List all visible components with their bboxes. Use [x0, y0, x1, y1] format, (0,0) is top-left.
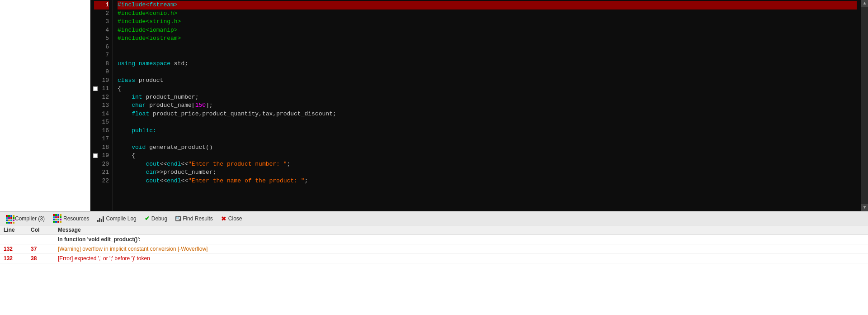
line-number-3: 3	[94, 18, 109, 26]
line-number-1: 1	[94, 1, 109, 10]
msg-text: [Warning] overflow in implicit constant …	[58, 246, 864, 252]
line-number-16: 16	[94, 127, 109, 135]
code-lines[interactable]: #include<fstream>#include<conio.h>#inclu…	[113, 0, 861, 211]
vertical-scrollbar[interactable]: ▲ ▼	[861, 0, 868, 211]
tab-debug[interactable]: ✔Debug	[141, 212, 171, 225]
line-number-11: 11	[94, 85, 109, 93]
line-number-12: 12	[94, 93, 109, 102]
code-line-19: {	[118, 152, 857, 160]
code-panel[interactable]: 12345678910111213141516171819202122 #inc…	[90, 0, 868, 211]
msg-col	[31, 236, 58, 243]
line-number-2: 2	[94, 10, 109, 18]
code-line-8: using namespace std;	[118, 60, 857, 68]
line-number-10: 10	[94, 76, 109, 85]
msg-col: 38	[31, 255, 58, 262]
tab-label: Find Results	[183, 215, 213, 222]
code-line-21: cin>>product_number;	[118, 168, 857, 177]
tabs-bar: Compiler (3) Resources Compile Log✔Debug…	[0, 212, 868, 225]
code-line-13: char product_name[150];	[118, 101, 857, 110]
tab-compiler[interactable]: Compiler (3)	[2, 212, 49, 225]
code-line-10: class product	[118, 76, 857, 85]
msg-text: [Error] expected ',' or ';' before ')' t…	[58, 255, 864, 262]
code-line-7	[118, 51, 857, 60]
tab-label: Compiler (3)	[15, 215, 45, 222]
resources-icon	[53, 214, 61, 223]
tab-close[interactable]: ✖Close	[217, 212, 246, 225]
message-panel[interactable]: In function 'void edit_product()':13237[…	[0, 235, 868, 315]
code-line-9	[118, 68, 857, 76]
msg-col: 37	[31, 246, 58, 252]
tab-label: Compile Log	[106, 215, 136, 222]
tab-label: Resources	[63, 215, 89, 222]
debug-icon: ✔	[145, 215, 150, 222]
tab-compilelog[interactable]: Compile Log	[93, 212, 140, 225]
line-number-21: 21	[94, 168, 109, 177]
line-number-22: 22	[94, 177, 109, 186]
code-line-15	[118, 118, 857, 127]
line-number-6: 6	[94, 43, 109, 52]
line-number-7: 7	[94, 51, 109, 60]
code-line-1: #include<fstream>	[118, 1, 857, 10]
line-number-5: 5	[94, 34, 109, 43]
line-number-17: 17	[94, 135, 109, 143]
line-number-15: 15	[94, 118, 109, 127]
code-line-17	[118, 135, 857, 143]
line-numbers: 12345678910111213141516171819202122	[90, 0, 113, 211]
left-sidebar	[0, 0, 90, 211]
breakpoint-indicator	[93, 153, 98, 158]
code-line-20: cout<<endl<<"Enter the product number: "…	[118, 160, 857, 169]
line-number-9: 9	[94, 68, 109, 76]
line-number-14: 14	[94, 110, 109, 119]
code-line-14: float product_price,product_quantity,tax…	[118, 110, 857, 119]
line-number-8: 8	[94, 60, 109, 68]
compilelog-icon	[97, 215, 104, 222]
line-number-18: 18	[94, 143, 109, 152]
editor-area: 12345678910111213141516171819202122 #inc…	[0, 0, 868, 211]
code-line-6	[118, 43, 857, 52]
code-line-11: {	[118, 85, 857, 93]
findresults-icon: 🔍	[175, 216, 181, 221]
code-line-3: #include<string.h>	[118, 18, 857, 26]
tab-resources[interactable]: Resources	[49, 212, 93, 225]
scroll-down-arrow[interactable]: ▼	[861, 204, 868, 211]
code-line-22: cout<<endl<<"Enter the name of the produ…	[118, 177, 857, 186]
tab-findresults[interactable]: 🔍Find Results	[171, 212, 217, 225]
bottom-panel: Compiler (3) Resources Compile Log✔Debug…	[0, 211, 868, 315]
line-number-20: 20	[94, 160, 109, 169]
msg-line: 132	[4, 255, 31, 262]
scroll-up-arrow[interactable]: ▲	[861, 0, 868, 7]
tab-label: Close	[228, 215, 242, 222]
message-header: Line Col Message	[0, 225, 868, 235]
breakpoint-indicator	[93, 86, 98, 91]
code-line-16: public:	[118, 127, 857, 135]
col-message: Message	[58, 227, 864, 233]
tab-label: Debug	[151, 215, 167, 222]
code-line-2: #include<conio.h>	[118, 10, 857, 18]
code-line-5: #include<iostream>	[118, 34, 857, 43]
line-number-13: 13	[94, 101, 109, 110]
code-line-12: int product_number;	[118, 93, 857, 102]
compiler-icon	[6, 215, 13, 222]
msg-line	[4, 236, 31, 243]
msg-text: In function 'void edit_product()':	[58, 236, 864, 243]
msg-line: 132	[4, 246, 31, 252]
col-line: Line	[4, 227, 31, 233]
line-number-19: 19	[94, 152, 109, 160]
message-row-2[interactable]: 13238[Error] expected ',' or ';' before …	[0, 254, 868, 263]
col-col: Col	[31, 227, 58, 233]
message-row-0[interactable]: In function 'void edit_product()':	[0, 235, 868, 244]
message-row-1[interactable]: 13237[Warning] overflow in implicit cons…	[0, 244, 868, 254]
code-line-18: void generate_product()	[118, 143, 857, 152]
line-number-4: 4	[94, 26, 109, 35]
code-line-4: #include<iomanip>	[118, 26, 857, 35]
close-icon: ✖	[221, 215, 226, 222]
